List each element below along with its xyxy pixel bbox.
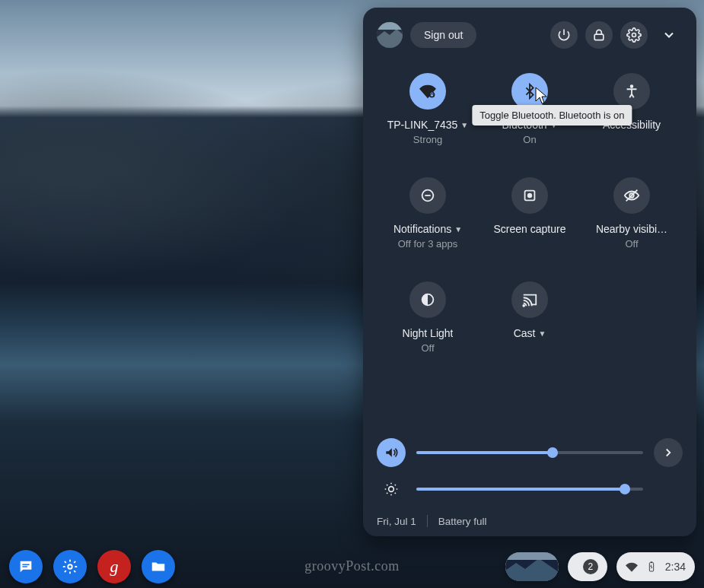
chevron-down-icon: ▼ bbox=[538, 329, 546, 338]
quick-settings-panel: Sign out TP-LINK_7435▼ Strong bbox=[363, 8, 696, 536]
bluetooth-toggle[interactable] bbox=[511, 73, 548, 110]
notifications-toggle[interactable] bbox=[409, 177, 446, 214]
svg-point-14 bbox=[389, 487, 394, 492]
settings-button[interactable] bbox=[620, 21, 648, 49]
accessibility-toggle[interactable] bbox=[613, 73, 650, 110]
cast-label[interactable]: Cast▼ bbox=[514, 327, 546, 339]
cast-toggle[interactable] bbox=[511, 281, 548, 318]
bluetooth-tooltip: Toggle Bluetooth. Bluetooth is on bbox=[472, 105, 632, 126]
notifications-pill[interactable]: 2 bbox=[568, 552, 607, 581]
svg-point-9 bbox=[528, 194, 532, 198]
notifications-sub: Off for 3 apps bbox=[398, 238, 458, 250]
tile-notifications: Notifications▼ Off for 3 apps bbox=[378, 177, 477, 250]
nearby-sub: Off bbox=[625, 238, 638, 250]
volume-slider[interactable] bbox=[416, 451, 643, 454]
app-settings[interactable] bbox=[53, 550, 87, 583]
svg-rect-17 bbox=[505, 552, 559, 560]
sliders bbox=[377, 434, 683, 507]
svg-point-15 bbox=[68, 564, 72, 569]
sign-out-button[interactable]: Sign out bbox=[410, 22, 476, 48]
app-groovypost[interactable]: g bbox=[97, 550, 131, 583]
divider bbox=[427, 515, 428, 527]
tile-wifi: TP-LINK_7435▼ Strong bbox=[378, 73, 477, 145]
nearby-label[interactable]: Nearby visibi… bbox=[596, 223, 667, 235]
power-button[interactable] bbox=[550, 21, 578, 49]
audio-settings-expand[interactable] bbox=[654, 438, 683, 467]
footer-battery: Battery full bbox=[438, 516, 487, 527]
volume-row bbox=[377, 434, 683, 471]
avatar[interactable] bbox=[377, 22, 403, 48]
svg-rect-21 bbox=[650, 561, 652, 562]
collapse-button[interactable] bbox=[655, 21, 683, 49]
wifi-toggle[interactable] bbox=[409, 73, 446, 110]
battery-charging-icon bbox=[645, 561, 658, 573]
chevron-down-icon: ▼ bbox=[454, 225, 462, 234]
app-files[interactable] bbox=[142, 550, 175, 583]
svg-point-2 bbox=[632, 33, 636, 37]
wifi-icon bbox=[626, 561, 638, 573]
chevron-down-icon: ▼ bbox=[460, 121, 468, 129]
notifications-label[interactable]: Notifications▼ bbox=[393, 223, 462, 235]
volume-icon[interactable] bbox=[377, 438, 406, 467]
footer-date: Fri, Jul 1 bbox=[377, 516, 416, 527]
lock-button[interactable] bbox=[585, 21, 613, 49]
night-light-label[interactable]: Night Light bbox=[403, 327, 454, 339]
bluetooth-sub: On bbox=[523, 134, 536, 145]
tile-bluetooth: Toggle Bluetooth. Bluetooth is on Blueto… bbox=[480, 73, 579, 145]
overview-preview[interactable] bbox=[505, 552, 559, 581]
nearby-toggle[interactable] bbox=[613, 177, 650, 214]
svg-point-5 bbox=[631, 85, 633, 87]
tile-cast: Cast▼ bbox=[480, 281, 579, 354]
brightness-slider[interactable] bbox=[416, 488, 643, 491]
status-pill[interactable]: 2:34 bbox=[616, 552, 695, 581]
tiles-grid: TP-LINK_7435▼ Strong Toggle Bluetooth. B… bbox=[377, 73, 683, 354]
svg-rect-1 bbox=[594, 34, 604, 40]
night-light-sub: Off bbox=[421, 342, 434, 354]
svg-point-13 bbox=[523, 305, 524, 307]
panel-footer: Fri, Jul 1 Battery full bbox=[377, 515, 683, 527]
shelf-apps: g bbox=[9, 550, 175, 583]
screen-capture-label: Screen capture bbox=[494, 223, 566, 235]
app-messages[interactable] bbox=[9, 550, 43, 583]
panel-header: Sign out bbox=[377, 18, 683, 52]
brightness-icon bbox=[377, 475, 406, 504]
clock: 2:34 bbox=[665, 561, 686, 573]
tile-screen-capture: Screen capture bbox=[480, 177, 579, 250]
brightness-row bbox=[377, 471, 683, 507]
screen-capture-button[interactable] bbox=[511, 177, 548, 214]
shelf-status: 2 2:34 bbox=[505, 552, 695, 581]
night-light-toggle[interactable] bbox=[409, 281, 446, 318]
shelf: g 2 2:34 bbox=[0, 545, 704, 588]
wifi-sub: Strong bbox=[413, 134, 442, 145]
svg-rect-4 bbox=[431, 94, 433, 96]
tile-night-light: Night Light Off bbox=[378, 281, 477, 354]
notifications-badge: 2 bbox=[583, 559, 598, 574]
wifi-label[interactable]: TP-LINK_7435▼ bbox=[387, 119, 469, 131]
tile-nearby: Nearby visibi… Off bbox=[582, 177, 681, 250]
